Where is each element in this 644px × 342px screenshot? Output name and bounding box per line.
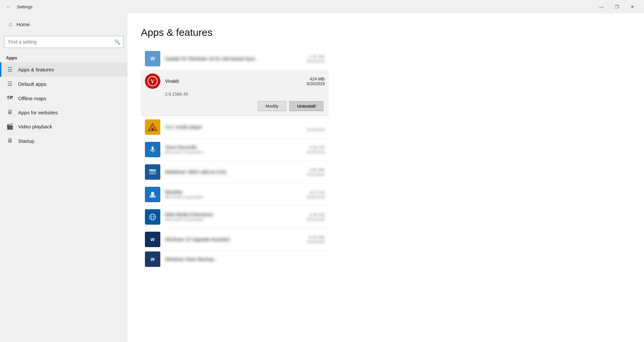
app-sub: Microsoft Corporation bbox=[165, 150, 304, 155]
list-item[interactable]: Weather Microsoft Corporation 16.0 KB 6/… bbox=[141, 183, 329, 206]
app-name: Windows Store Backup... bbox=[165, 256, 325, 262]
app-meta: 5.00 MB 5/26/2019 bbox=[307, 235, 325, 244]
svg-rect-5 bbox=[152, 147, 154, 150]
app-name: Webdriver SMCI add-on (US) bbox=[165, 169, 304, 175]
sidebar-item-default-apps[interactable]: ☰ Default apps bbox=[0, 77, 127, 91]
app-size: 1.45 MB bbox=[307, 54, 325, 59]
list-item[interactable]: Webdriver SMCI add-on (US) 185 MB 5/21/2… bbox=[141, 161, 329, 183]
sidebar-item-apps-websites[interactable]: 🖥 Apps for websites bbox=[0, 105, 127, 119]
sidebar-section-apps: Apps bbox=[0, 53, 127, 62]
app-icon-wrapper bbox=[145, 119, 160, 135]
app-info: Voice Recorder Microsoft Corporation bbox=[165, 145, 304, 155]
apps-websites-icon: 🖥 bbox=[6, 109, 13, 116]
sidebar-item-offline-maps[interactable]: 🗺 Offline maps bbox=[0, 91, 127, 105]
back-icon: ← bbox=[6, 4, 11, 9]
search-input[interactable] bbox=[4, 36, 123, 48]
sidebar-item-home[interactable]: ⌂ Home bbox=[3, 17, 125, 32]
app-meta: 3/14/2019 bbox=[307, 122, 325, 132]
svg-point-4 bbox=[152, 128, 154, 130]
app-meta: 185 MB 5/21/2019 bbox=[307, 167, 325, 177]
list-item[interactable]: VLC media player 3/14/2019 bbox=[141, 116, 329, 138]
svg-point-10 bbox=[151, 170, 152, 171]
list-item[interactable]: W Windows 10 Upgrade Assistant 5.00 MB 5… bbox=[141, 228, 329, 251]
list-item-vivaldi[interactable]: V Vivaldi 424 MB 6/20/2019 2.6.1566.40 bbox=[141, 70, 329, 116]
app-date: 5/26/2019 bbox=[307, 240, 325, 244]
video-playback-icon: 🎬 bbox=[6, 123, 13, 130]
app-list: W Update for Windows 10 for x64-based Sy… bbox=[141, 48, 329, 268]
minimize-button[interactable]: — bbox=[594, 0, 609, 13]
modify-button[interactable]: Modify bbox=[258, 101, 286, 111]
home-label: Home bbox=[16, 21, 30, 27]
titlebar: ← Settings — ❐ ✕ bbox=[0, 0, 644, 13]
app-meta: 16.0 KB 6/26/2019 bbox=[307, 190, 325, 199]
app-icon bbox=[145, 187, 160, 202]
app-icon-wrapper: W bbox=[145, 232, 160, 247]
app-icon: W bbox=[145, 232, 160, 247]
app-size: 5.00 MB bbox=[307, 235, 325, 240]
app-size: 6.00 KB bbox=[307, 212, 325, 217]
app-size: 6.00 KB bbox=[307, 145, 325, 150]
app-date: 6/26/2019 bbox=[307, 217, 325, 222]
app-icon-wrapper: W bbox=[145, 251, 160, 267]
sidebar-item-video-playback[interactable]: 🎬 Video playback bbox=[0, 119, 127, 134]
vivaldi-details: 2.6.1566.40 Modify Uninstall bbox=[145, 92, 325, 116]
app-size bbox=[307, 122, 325, 127]
app-info: Windows Store Backup... bbox=[165, 256, 325, 262]
app-icon: W bbox=[145, 251, 160, 267]
sidebar-item-label: Video playback bbox=[18, 124, 52, 129]
svg-text:V: V bbox=[151, 78, 155, 84]
app-meta: 6.00 KB 6/26/2019 bbox=[307, 212, 325, 222]
window-controls: — ❐ ✕ bbox=[594, 0, 640, 13]
vivaldi-icon-wrapper: V bbox=[145, 73, 160, 89]
vivaldi-size: 424 MB bbox=[307, 76, 325, 81]
vivaldi-name: Vivaldi bbox=[165, 78, 304, 84]
app-info: Webdriver SMCI add-on (US) bbox=[165, 169, 304, 175]
app-meta: 1.45 MB 6/26/2019 bbox=[307, 54, 325, 64]
home-icon: ⌂ bbox=[9, 21, 12, 28]
sidebar: ⌂ Home 🔍 Apps ☰ Apps & features ☰ Defaul… bbox=[0, 13, 127, 342]
sidebar-item-startup[interactable]: 🖥 Startup bbox=[0, 134, 127, 148]
app-info: Windows 10 Upgrade Assistant bbox=[165, 237, 304, 242]
app-date: 6/26/2019 bbox=[307, 150, 325, 155]
sidebar-item-label: Apps for websites bbox=[18, 110, 58, 115]
app-info: Weather Microsoft Corporation bbox=[165, 189, 304, 199]
app-name: Windows 10 Upgrade Assistant bbox=[165, 237, 304, 242]
vivaldi-meta: 424 MB 6/20/2019 bbox=[307, 76, 325, 86]
app-date: 6/26/2019 bbox=[307, 59, 325, 64]
app-sub: Microsoft Corporation bbox=[165, 217, 304, 222]
app-meta: 6.00 KB 6/26/2019 bbox=[307, 145, 325, 155]
app-icon-wrapper bbox=[145, 187, 160, 202]
back-button[interactable]: ← bbox=[4, 2, 13, 11]
app-icon-wrapper bbox=[145, 142, 160, 157]
vivaldi-top-row: V Vivaldi 424 MB 6/20/2019 bbox=[145, 73, 325, 89]
list-item[interactable]: W Windows Store Backup... bbox=[141, 251, 329, 268]
app-icon: W bbox=[145, 51, 160, 66]
sidebar-item-label: Default apps bbox=[18, 81, 46, 87]
startup-icon: 🖥 bbox=[6, 137, 13, 144]
app-name: VLC media player bbox=[165, 124, 304, 130]
vivaldi-date: 6/20/2019 bbox=[307, 81, 325, 86]
app-name: Web Media Extensions bbox=[165, 212, 304, 217]
app-size: 185 MB bbox=[307, 167, 325, 172]
app-name: Voice Recorder bbox=[165, 145, 304, 150]
main-content: Apps & features W Update for Windows 10 … bbox=[127, 13, 644, 342]
vlc-icon bbox=[148, 122, 158, 132]
list-item[interactable]: W Update for Windows 10 for x64-based Sy… bbox=[141, 48, 329, 70]
weather-icon bbox=[148, 190, 157, 199]
uninstall-button[interactable]: Uninstall bbox=[289, 101, 323, 111]
web-media-icon bbox=[148, 213, 157, 221]
list-item[interactable]: Voice Recorder Microsoft Corporation 6.0… bbox=[141, 138, 329, 161]
sidebar-item-apps-features[interactable]: ☰ Apps & features bbox=[0, 62, 127, 77]
app-icon-wrapper: W bbox=[145, 51, 160, 66]
offline-maps-icon: 🗺 bbox=[6, 95, 13, 102]
list-item[interactable]: Web Media Extensions Microsoft Corporati… bbox=[141, 206, 329, 228]
vivaldi-info: Vivaldi bbox=[165, 78, 304, 84]
maximize-button[interactable]: ❐ bbox=[609, 0, 625, 13]
app-name: Weather bbox=[165, 189, 304, 195]
app-date: 6/26/2019 bbox=[307, 195, 325, 199]
close-button[interactable]: ✕ bbox=[625, 0, 640, 13]
app-icon-wrapper bbox=[145, 209, 160, 225]
app-date: 5/21/2019 bbox=[307, 172, 325, 177]
default-apps-icon: ☰ bbox=[6, 80, 13, 88]
app-icon bbox=[145, 142, 160, 157]
